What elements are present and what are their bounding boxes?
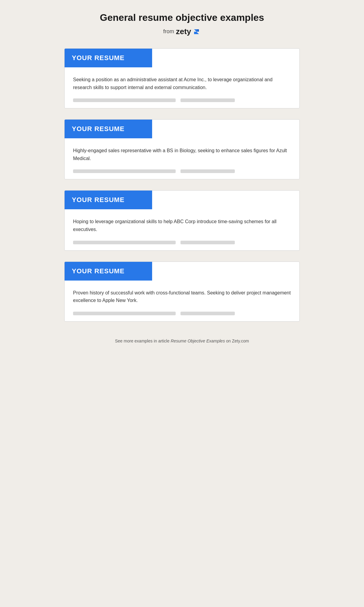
footer: See more examples in article Resume Obje…	[115, 339, 249, 343]
placeholder-lines-4	[73, 312, 291, 315]
brand-name: zety	[176, 27, 191, 36]
resume-card-4: YOUR RESUME Proven history of successful…	[64, 262, 300, 322]
placeholder-line-long-2	[73, 169, 176, 173]
resume-card-header-1: YOUR RESUME	[65, 49, 152, 67]
resume-header-text-3: YOUR RESUME	[72, 196, 125, 204]
resume-card-body-1: Seeking a position as an administrative …	[65, 67, 299, 108]
brand-prefix: from	[163, 28, 174, 35]
zety-logo-icon	[192, 27, 201, 36]
page-title: General resume objective examples	[100, 12, 264, 23]
placeholder-lines-3	[73, 241, 291, 244]
resume-objective-1: Seeking a position as an administrative …	[73, 76, 291, 91]
placeholder-line-short-4	[180, 312, 235, 315]
resume-card-3: YOUR RESUME Hoping to leverage organizat…	[64, 190, 300, 250]
resume-card-2: YOUR RESUME Highly-engaged sales represe…	[64, 119, 300, 179]
resume-card-header-3: YOUR RESUME	[65, 191, 152, 209]
resume-header-text-1: YOUR RESUME	[72, 54, 125, 62]
resume-card-1: YOUR RESUME Seeking a position as an adm…	[64, 48, 300, 108]
resume-header-text-4: YOUR RESUME	[72, 267, 125, 275]
resume-card-header-4: YOUR RESUME	[65, 262, 152, 281]
placeholder-lines-1	[73, 98, 291, 102]
resume-objective-3: Hoping to leverage organizational skills…	[73, 218, 291, 233]
placeholder-line-long-1	[73, 98, 176, 102]
resume-objective-4: Proven history of successful work with c…	[73, 289, 291, 304]
placeholder-line-long-3	[73, 241, 176, 244]
resume-card-header-2: YOUR RESUME	[65, 120, 152, 138]
resume-card-body-3: Hoping to leverage organizational skills…	[65, 209, 299, 250]
placeholder-line-short-2	[180, 169, 235, 173]
resume-header-text-2: YOUR RESUME	[72, 125, 125, 133]
resume-card-body-2: Highly-engaged sales representative with…	[65, 138, 299, 179]
footer-text: See more examples in article	[115, 339, 171, 343]
placeholder-line-long-4	[73, 312, 176, 315]
footer-suffix: on Zety.com	[225, 339, 249, 343]
placeholder-line-short-1	[180, 98, 235, 102]
resume-objective-2: Highly-engaged sales representative with…	[73, 147, 291, 162]
placeholder-lines-2	[73, 169, 291, 173]
footer-link[interactable]: Resume Objective Examples	[171, 339, 225, 343]
page-wrapper: General resume objective examples from z…	[64, 12, 300, 343]
resume-card-body-4: Proven history of successful work with c…	[65, 281, 299, 321]
brand-line: from zety	[163, 27, 201, 36]
cards-container: YOUR RESUME Seeking a position as an adm…	[64, 48, 300, 332]
placeholder-line-short-3	[180, 241, 235, 244]
